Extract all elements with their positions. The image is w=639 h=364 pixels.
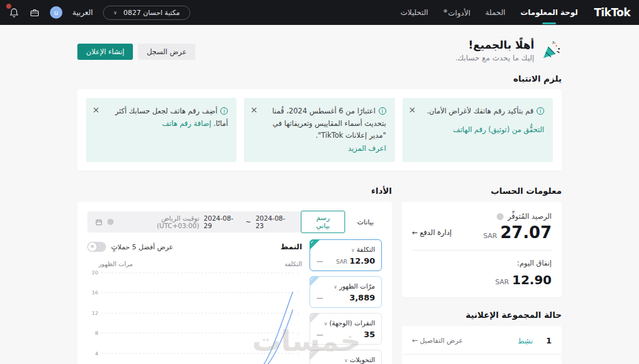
language-switcher[interactable]: العربية <box>72 8 93 17</box>
business-center-button[interactable] <box>29 7 40 18</box>
party-popper-icon <box>540 40 562 61</box>
line-legend-icon: — <box>316 257 323 266</box>
right-axis-label: التكلفة <box>285 261 302 267</box>
view-details-link[interactable]: عرض التفاصيل <box>412 337 463 345</box>
view-log-button[interactable]: عرض السجل <box>138 44 195 60</box>
line-legend-icon: — <box>316 294 323 302</box>
main-nav: لوحة المعلومات الحملة الأدوات⊕ التحليلات <box>401 8 578 17</box>
topbar-right-group: TikTok لوحة المعلومات الحملة الأدوات⊕ ال… <box>401 6 630 19</box>
nav-tools[interactable]: الأدوات⊕ <box>443 8 471 17</box>
today-spend-currency: SAR <box>495 278 509 286</box>
adgroup-status-heading: حالة المجموعة الإعلانية <box>402 310 562 320</box>
chevron-down-icon: ∨ <box>344 358 348 363</box>
status-row-rejected: 0 غير مقبول عرض التفاصيل <box>402 354 562 364</box>
date-range-picker[interactable]: 2024-08-23 ~ 2024-08-29 توقيت الرياض (UT… <box>87 211 301 232</box>
close-icon[interactable] <box>250 103 258 118</box>
status-row-active: 1 نشِط عرض التفاصيل <box>402 327 562 354</box>
avatar[interactable]: u <box>50 6 62 19</box>
metric-card-conversions[interactable]: التحويلات∨ 27 — <box>310 350 382 364</box>
line-legend-icon: — <box>316 331 323 339</box>
notice-text: اعتبارًا من 6 أغسطس 2024، قُمنا بتحديث أ… <box>272 107 386 140</box>
account-info-card: الرصيد المُتوفِّر 27.07 SAR إدارة الدفع … <box>402 202 562 297</box>
svg-text::: : <box>298 351 299 357</box>
selected-check-icon <box>310 313 320 323</box>
welcome-title: أهلًا بالجميع! <box>455 39 534 51</box>
balance-label: الرصيد المُتوفِّر <box>507 212 552 221</box>
metric-value: 35 <box>364 330 375 339</box>
toggle-off-icon <box>88 242 97 251</box>
chevron-down-icon: ∨ <box>334 284 338 290</box>
selected-check-icon <box>310 276 320 287</box>
date-separator: ~ <box>246 218 251 226</box>
tiktok-logo: TikTok <box>594 6 630 19</box>
notice-metrics-update: اعتبارًا من 6 أغسطس 2024، قُمنا بتحديث أ… <box>244 98 394 162</box>
performance-line-chart: 20 16 12 8 4 0 : : : : <box>87 269 302 364</box>
add-phone-link[interactable]: إضافة رقم هاتف <box>162 119 212 128</box>
svg-text:12: 12 <box>92 310 99 316</box>
account-column: معلومات الحساب الرصيد المُتوفِّر 27.07 S… <box>402 186 562 364</box>
nav-analytics[interactable]: التحليلات <box>401 8 428 17</box>
info-icon[interactable] <box>497 213 504 220</box>
notifications-button[interactable] <box>9 7 19 18</box>
tiktok-ads-dashboard: { "topbar": { "logo": "TikTok", "nav": [… <box>0 0 639 364</box>
nav-campaign[interactable]: الحملة <box>485 8 505 17</box>
manage-payment-link[interactable]: إدارة الدفع <box>412 228 452 237</box>
performance-column: الأداء بيانات رسم بياني 2024-08-23 ~ 202… <box>77 186 392 364</box>
nav-dashboard[interactable]: لوحة المعلومات <box>520 8 578 17</box>
svg-text::: : <box>298 330 299 336</box>
selected-check-icon <box>310 350 320 360</box>
main-content: أهلًا بالجميع! إليك ما يحدث مع حسابك. عر… <box>0 25 639 364</box>
right-axis-truncated-ticks: : : : : : : <box>298 271 299 364</box>
svg-text::: : <box>298 290 299 296</box>
info-icon <box>107 219 114 225</box>
top5-toggle-label: عرض أفضل 5 حملاتٍ <box>111 243 173 251</box>
metric-card-cost[interactable]: التكلفة∨ 12.90SAR — <box>310 239 382 271</box>
date-start: 2024-08-23 <box>255 214 293 229</box>
account-info-heading: معلومات الحساب <box>402 186 562 196</box>
balance-value: 27.07 <box>500 223 552 242</box>
learn-more-link[interactable]: اعرف المزيد <box>263 143 386 155</box>
close-icon[interactable] <box>409 103 416 118</box>
notification-badge <box>6 3 12 9</box>
impressions-line <box>101 292 293 364</box>
timezone-label: توقيت الرياض (UTC+03:00) <box>118 214 200 229</box>
info-icon <box>537 107 544 115</box>
svg-text:20: 20 <box>92 271 99 276</box>
performance-card: بيانات رسم بياني 2024-08-23 ~ 2024-08-29… <box>77 202 392 364</box>
y-axis-ticks: 20 16 12 8 4 0 <box>92 271 99 364</box>
tab-data[interactable]: بيانات <box>349 215 382 229</box>
attention-heading: يلزم الانتباه <box>77 74 562 84</box>
top5-toggle[interactable] <box>87 242 106 252</box>
metric-card-clicks[interactable]: النقرات (الوجهة)∨ 35 — <box>310 313 382 345</box>
attention-panel: قم بتأكيد رقم هاتفك لأغراض الأمان. التحق… <box>77 89 562 171</box>
info-icon <box>379 107 386 115</box>
briefcase-icon <box>29 7 40 18</box>
metric-cards: التكلفة∨ 12.90SAR — مرّات الظهور∨ 3,889 <box>310 239 382 364</box>
close-icon[interactable] <box>92 103 100 118</box>
account-selector[interactable]: مكتبة احسان 0827 ∨ <box>103 6 190 20</box>
topbar-left-group: مكتبة احسان 0827 ∨ العربية u <box>9 6 190 20</box>
welcome-identity: أهلًا بالجميع! إليك ما يحدث مع حسابك. <box>455 39 562 62</box>
performance-heading: الأداء <box>77 186 392 196</box>
metric-card-impressions[interactable]: مرّات الظهور∨ 3,889 — <box>310 276 382 308</box>
svg-text:16: 16 <box>92 290 99 296</box>
calendar-icon <box>95 218 103 226</box>
notice-add-phone: أضِف رقم هاتف لجعل حسابك أكثر أمانًا. إض… <box>86 98 237 162</box>
divider <box>412 250 552 251</box>
svg-text:8: 8 <box>95 330 98 336</box>
chevron-down-icon: ∨ <box>324 321 328 327</box>
tools-new-badge-icon: ⊕ <box>443 8 447 14</box>
svg-text:4: 4 <box>95 351 98 357</box>
topbar: TikTok لوحة المعلومات الحملة الأدوات⊕ ال… <box>0 0 639 25</box>
today-spend-value: 12.90 <box>512 272 552 287</box>
status-label: نشِط <box>518 337 533 345</box>
left-axis-label: مرات الظهور <box>99 261 133 267</box>
chevron-down-icon: ∨ <box>351 247 355 253</box>
create-ad-button[interactable]: إنشاء الإعلان <box>77 44 133 60</box>
verify-phone-link[interactable]: التحقُّق من (توثيق) رقم الهاتف <box>421 124 544 136</box>
tab-chart[interactable]: رسم بياني <box>301 211 346 233</box>
adgroup-status-card: 1 نشِط عرض التفاصيل 0 غير مقبول عرض التف… <box>402 326 562 364</box>
dashboard-columns: معلومات الحساب الرصيد المُتوفِّر 27.07 S… <box>77 186 562 364</box>
welcome-buttons: عرض السجل إنشاء الإعلان <box>77 44 195 60</box>
chart-view-tabs: بيانات رسم بياني <box>301 211 382 233</box>
